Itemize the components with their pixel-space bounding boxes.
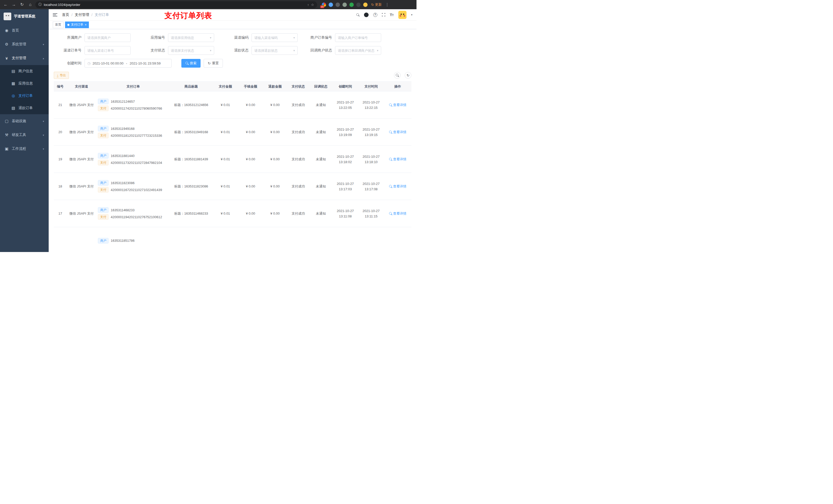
search-icon[interactable] [356, 13, 359, 16]
sidebar-item-refund-order[interactable]: ▧ 退款订单 [0, 102, 49, 114]
extension-icon-pin[interactable] [356, 3, 361, 7]
reset-button[interactable]: ↻ 重置 [204, 59, 223, 68]
table-row: 20 微信 JSAPI 支付 商户 1635311949168 支付 42000… [54, 119, 411, 146]
sidebar-item-workflow[interactable]: ▣ 工作流程 ▾ [0, 142, 49, 156]
pay-status-select[interactable]: ▾ [168, 46, 214, 55]
home-button[interactable]: ⌂ [27, 2, 33, 8]
pay-status-select-field[interactable] [171, 49, 209, 52]
sidebar-item-system[interactable]: ⚙ 系统管理 ▾ [0, 38, 49, 51]
pay-date: 2021-10-27 [359, 154, 383, 159]
sidebar-item-merchant-info[interactable]: ▤ 商户信息 [0, 65, 49, 77]
sidebar: 芋道管理系统 ◉ 首页 ⚙ 系统管理 ▾ ¥ 支付管理 ▴ ▤ 商户信息 ▦ 应… [0, 9, 49, 252]
channel-order-no-input[interactable] [85, 46, 130, 55]
title-prefix: 标题： [174, 103, 184, 107]
pay-date: 2021-10-27 [359, 127, 383, 132]
chevron-down-icon: ▾ [43, 134, 44, 137]
browser-toolbar: ← → ↻ ⌂ ⓘ localhost:1024/pay/order ↑ ☆ 1… [0, 0, 416, 9]
view-detail-link[interactable]: 查看详情 [389, 157, 406, 162]
view-detail-label: 查看详情 [393, 157, 406, 162]
extension-icon-sage[interactable] [342, 3, 347, 7]
merchant-order-line: 商户 1635311468233 [98, 207, 169, 213]
date-range-picker[interactable]: ◷ 2021-10-01 00:00:00 - 2021-10-31 23:59… [85, 59, 172, 68]
sidebar-item-home[interactable]: ◉ 首页 [0, 24, 49, 38]
bookmark-star-icon[interactable]: ☆ [311, 3, 314, 7]
avatar[interactable] [398, 11, 406, 19]
tab-close-icon[interactable]: × [85, 23, 87, 26]
breadcrumb-home[interactable]: 首页 [62, 13, 69, 17]
font-size-icon[interactable]: TT [390, 13, 394, 17]
view-detail-link[interactable]: 查看详情 [389, 184, 406, 189]
cell-pay-status: 支付成功 [287, 200, 309, 227]
table-toolbar: ↓ 导出 ↻ [54, 72, 411, 79]
extensions-area: 10 [322, 3, 367, 7]
merchant-input-field[interactable] [87, 36, 128, 40]
cell-fee: ¥ 0.00 [238, 146, 263, 173]
sidebar-item-infrastructure[interactable]: ▢ 基础设施 ▾ [0, 114, 49, 128]
pay-time: 13:22:15 [359, 105, 383, 111]
channel-code-select[interactable]: ▾ [252, 33, 298, 42]
view-detail-link[interactable]: 查看详情 [389, 211, 406, 216]
pay-order-line: 支付 4200001174202110278060590766 [98, 105, 169, 111]
title-prefix: 标题： [174, 212, 184, 215]
app-id-select-field[interactable] [171, 36, 209, 40]
github-icon[interactable] [364, 13, 368, 17]
toggle-search-icon[interactable] [394, 72, 401, 79]
site-info-icon[interactable]: ⓘ [39, 2, 42, 7]
forward-button[interactable]: → [11, 2, 17, 8]
extension-icon-green-check[interactable] [349, 3, 354, 7]
tab-home[interactable]: 首页 [53, 22, 64, 28]
pay-date: 2021-10-27 [359, 181, 383, 187]
filter-merchant: 所属商户 [54, 33, 130, 42]
title-value: 1635311823086 [184, 184, 208, 188]
filter-channel-code: 渠道编码 ▾ [221, 33, 298, 42]
gear-icon: ⚙ [5, 42, 9, 47]
address-bar[interactable]: ⓘ localhost:1024/pay/order ↑ ☆ [35, 1, 317, 8]
callback-status-select-field[interactable] [338, 49, 376, 52]
extension-icon-gray[interactable] [336, 3, 340, 7]
cell-create-time: 2021-10-27 13:19:09 [332, 119, 358, 146]
merchant-order-no-input-field[interactable] [338, 36, 378, 40]
export-button[interactable]: ↓ 导出 [54, 72, 69, 79]
channel-order-no-input-field[interactable] [87, 49, 128, 52]
merchant-input[interactable] [85, 33, 130, 42]
avatar-caret-icon[interactable]: ▾ [411, 13, 412, 16]
merchant-order-line: 商户 1635311851786 [98, 238, 169, 243]
col-pay-time: 支付时间 [358, 82, 384, 91]
breadcrumb-payment[interactable]: 支付管理 [75, 13, 89, 17]
app-id-select[interactable]: ▾ [168, 33, 214, 42]
cell-amount: ¥ 0.01 [212, 200, 238, 227]
extension-icon-drop[interactable] [329, 3, 333, 7]
refresh-table-icon[interactable]: ↻ [405, 72, 411, 79]
sidebar-item-devtools[interactable]: ⚒ 研发工具 ▾ [0, 128, 49, 142]
target-icon: ◎ [11, 94, 15, 98]
fullscreen-icon[interactable] [382, 13, 385, 16]
sidebar-item-pay-order[interactable]: ◎ 支付订单 [0, 90, 49, 102]
hamburger-icon[interactable] [53, 13, 57, 16]
search-button[interactable]: 搜索 [181, 59, 200, 68]
view-detail-link[interactable]: 查看详情 [389, 103, 406, 107]
view-detail-link[interactable]: 查看详情 [389, 130, 406, 135]
sidebar-item-app-info[interactable]: ▦ 应用信息 [0, 77, 49, 90]
back-button[interactable]: ← [3, 2, 9, 8]
sidebar-item-payment[interactable]: ¥ 支付管理 ▴ [0, 51, 49, 65]
extension-icon-smiley[interactable] [363, 3, 367, 7]
pay-no: 4200001174202110278060590766 [111, 106, 162, 111]
workflow-icon: ▣ [5, 146, 9, 151]
cell-pay-status: 支付成功 [287, 173, 309, 200]
refund-status-select-field[interactable] [254, 49, 292, 52]
share-icon[interactable]: ↑ [307, 3, 309, 7]
browser-update-button[interactable]: ↻ 更新 [370, 2, 383, 7]
cell-pay-status: 支付成功 [287, 91, 309, 119]
help-icon[interactable]: ? [373, 13, 377, 17]
cell-amount: ¥ 0.01 [212, 119, 238, 146]
refund-status-select[interactable]: ▾ [252, 46, 298, 55]
browser-menu-icon[interactable]: ⋮ [385, 2, 389, 7]
extension-icon-colorful[interactable]: 10 [322, 3, 326, 7]
reload-button[interactable]: ↻ [19, 2, 25, 8]
title-value: 1635312124656 [184, 103, 208, 107]
tab-pay-order[interactable]: 支付订单 × [65, 22, 89, 28]
callback-status-select[interactable]: ▾ [335, 46, 381, 55]
cell-id: 18 [54, 173, 67, 200]
merchant-order-no-input[interactable] [335, 33, 381, 42]
channel-code-select-field[interactable] [254, 36, 292, 40]
